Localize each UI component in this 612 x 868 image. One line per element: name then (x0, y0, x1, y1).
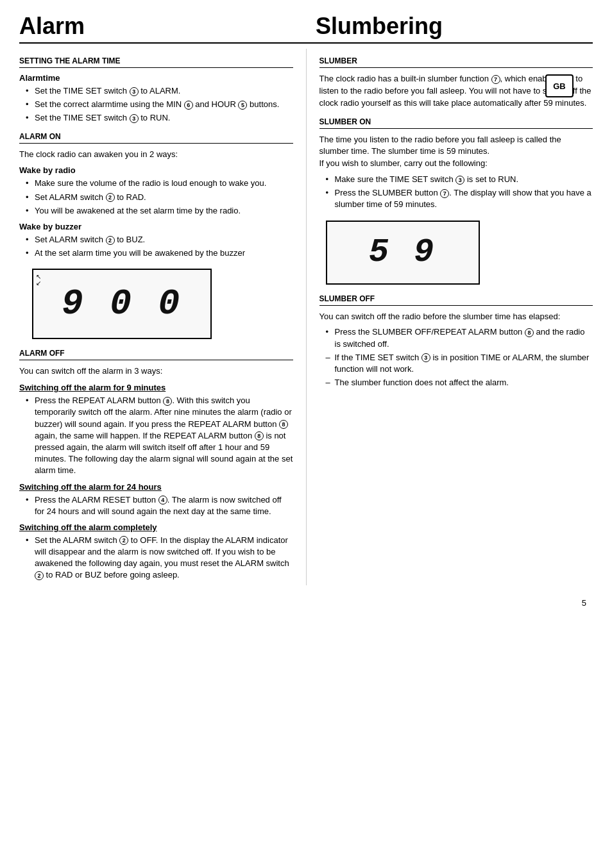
list-item: The slumber function does not affect the… (326, 377, 593, 388)
list-item: Make sure the volume of the radio is lou… (26, 178, 293, 189)
circle-8d: 8 (525, 328, 534, 337)
slumber-display-box: 5 9 (326, 221, 480, 285)
list-item: Set ALARM switch 2 to RAD. (26, 192, 293, 203)
switch-9min-subtitle: Switching off the alarm for 9 minutes (19, 383, 293, 392)
page-container: Alarm Slumbering SETTING THE ALARM TIME … (19, 13, 593, 608)
gb-badge: GB (545, 74, 574, 97)
circle-8a: 8 (163, 397, 172, 406)
circle-8b: 8 (279, 420, 288, 429)
circle-7b: 7 (440, 189, 449, 198)
switch-24h-list: Press the ALARM RESET button 4. The alar… (19, 494, 293, 517)
corner-mark: ↖↙ (36, 274, 41, 287)
header-row: Alarm Slumbering (19, 13, 593, 44)
header-right: Slumbering (296, 13, 593, 40)
wake-radio-list: Make sure the volume of the radio is lou… (19, 178, 293, 217)
slumber-off-section: SLUMBER OFF (319, 294, 593, 306)
switch-completely-list: Set the ALARM switch 2 to OFF. In the di… (19, 535, 293, 581)
circle-3c: 3 (455, 176, 464, 185)
list-item: Press the SLUMBER OFF/REPEAT ALARM butto… (326, 326, 593, 349)
header-left: Alarm (19, 13, 296, 40)
switch-completely-subtitle: Switching off the alarm completely (19, 522, 293, 532)
circle-7a: 7 (491, 75, 500, 84)
circle-2d: 2 (35, 571, 44, 580)
setting-alarm-section: SETTING THE ALARM TIME (19, 56, 293, 68)
list-item: Set ALARM switch 2 to BUZ. (26, 234, 293, 246)
list-item: Press the SLUMBER button 7. The display … (326, 187, 593, 210)
slumbering-title: Slumbering (316, 13, 593, 40)
circle-5: 5 (238, 101, 247, 110)
slumber-on-section: SLUMBER ON (319, 117, 593, 129)
alarm-on-section: ALARM ON (19, 132, 293, 144)
list-item: Set the ALARM switch 2 to OFF. In the di… (26, 535, 293, 581)
list-item: Set the TIME SET switch 3 to ALARM. (26, 85, 293, 97)
slumber-display-digits: 5 9 (369, 233, 437, 271)
wake-buzzer-list: Set ALARM switch 2 to BUZ. At the set al… (19, 234, 293, 259)
circle-3d: 3 (421, 353, 430, 362)
circle-4: 4 (158, 496, 167, 505)
alarm-on-intro: The clock radio can awaken you in 2 ways… (19, 149, 293, 161)
alarm-title: Alarm (19, 13, 296, 40)
slumber-section: SLUMBER (319, 56, 593, 68)
switch-9min-list: Press the REPEAT ALARM button 8. With th… (19, 395, 293, 476)
list-item: Press the REPEAT ALARM button 8. With th… (26, 395, 293, 476)
list-item: At the set alarm time you will be awaken… (26, 247, 293, 259)
alarm-off-intro: You can switch off the alarm in 3 ways: (19, 365, 293, 378)
alarmtime-subtitle: Alarmtime (19, 73, 293, 83)
slumber-off-list: Press the SLUMBER OFF/REPEAT ALARM butto… (319, 326, 593, 388)
circle-2a: 2 (106, 193, 115, 202)
left-column: SETTING THE ALARM TIME Alarmtime Set the… (19, 49, 307, 585)
alarm-display-box: ↖↙ 9 0 0 (32, 269, 212, 339)
switch-24h-subtitle: Switching off the alarm for 24 hours (19, 482, 293, 492)
slumber-off-intro: You can switch off the radio before the … (319, 311, 593, 323)
list-item: Press the ALARM RESET button 4. The alar… (26, 494, 293, 517)
alarm-display-digits: 9 0 0 (62, 283, 182, 324)
circle-2c: 2 (119, 536, 128, 545)
alarm-off-section: ALARM OFF (19, 349, 293, 360)
circle-2b: 2 (106, 236, 115, 245)
list-item: Make sure the TIME SET switch 3 is set t… (326, 174, 593, 185)
circle-6: 6 (184, 101, 193, 110)
slumber-on-list: Make sure the TIME SET switch 3 is set t… (319, 174, 593, 211)
circle-3: 3 (130, 87, 139, 96)
list-item: Set the TIME SET switch 3 to RUN. (26, 112, 293, 124)
wake-buzzer-subtitle: Wake by buzzer (19, 222, 293, 231)
circle-8c: 8 (255, 431, 264, 440)
list-item: You will be awakened at the set alarm ti… (26, 205, 293, 217)
list-item: If the TIME SET switch 3 is in position … (326, 352, 593, 375)
right-column: GB SLUMBER The clock radio has a built-i… (307, 49, 593, 585)
list-item: Set the correct alarmtime using the MIN … (26, 99, 293, 110)
content-row: SETTING THE ALARM TIME Alarmtime Set the… (19, 49, 593, 585)
wake-radio-subtitle: Wake by radio (19, 165, 293, 175)
page-number: 5 (19, 598, 593, 608)
alarmtime-list: Set the TIME SET switch 3 to ALARM. Set … (19, 85, 293, 124)
slumber-on-intro: The time you listen to the radio before … (319, 134, 593, 171)
circle-3b: 3 (130, 114, 139, 123)
